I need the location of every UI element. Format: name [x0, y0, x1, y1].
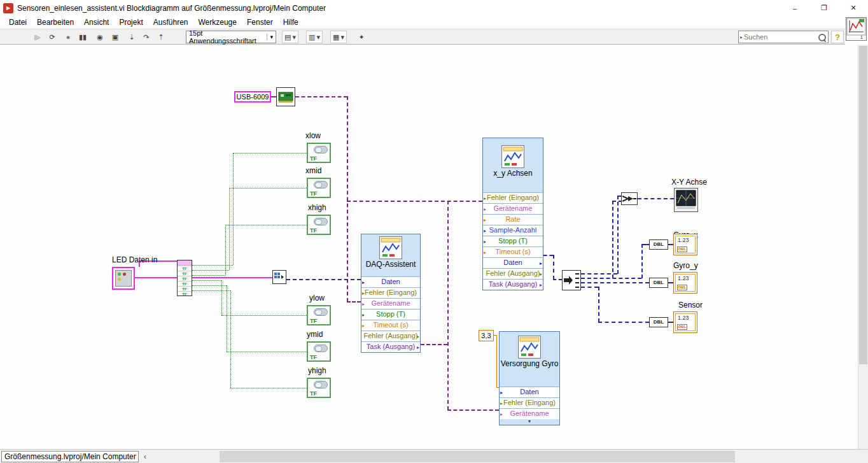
led-cluster-control[interactable] [112, 267, 135, 290]
highlight-execution-button[interactable]: ◉ [93, 31, 107, 43]
block-diagram-canvas[interactable]: USB-6009 xlow TF xmid TF xhigh TF ylow T… [0, 45, 858, 449]
wire-boolean[interactable] [233, 153, 307, 153]
wire-boolean[interactable] [192, 265, 233, 266]
wire-task-out[interactable] [421, 344, 447, 345]
numeric-indicator-sensor[interactable]: 1.23 DBL [673, 311, 697, 333]
wire-numeric[interactable] [496, 335, 497, 388]
wire-boolean[interactable] [192, 270, 229, 271]
menu-datei[interactable]: Datei [4, 17, 32, 28]
align-objects-dropdown[interactable]: ▤ ▾ [282, 31, 298, 43]
express-vi-xy-achsen[interactable]: x_y Achsen Fehler (Eingang) Gerätename R… [482, 138, 543, 290]
expand-chevron-icon[interactable]: ▾ [500, 419, 559, 425]
wire-boolean[interactable] [233, 153, 234, 265]
numeric-indicator-gyro-x[interactable]: 1.23 DBL [673, 234, 697, 255]
horizontal-scrollbar-track[interactable] [151, 451, 858, 462]
wire-boolean[interactable] [229, 188, 230, 270]
xy-terminal-sample-anzahl[interactable]: Sample-Anzahl [483, 225, 543, 236]
wire-cluster[interactable] [135, 277, 177, 278]
vertical-scrollbar[interactable] [858, 45, 868, 449]
run-button[interactable]: ▶ [31, 31, 45, 43]
daq-terminal-timeout[interactable]: Timeout (s) [361, 320, 420, 331]
from-dynamic-data-node[interactable] [562, 270, 581, 290]
scroll-left-button[interactable]: ‹ [140, 451, 150, 462]
search-input[interactable] [744, 33, 818, 41]
vertical-scrollbar-thumb[interactable] [859, 46, 867, 364]
bool-control-ylow[interactable]: TF [307, 305, 331, 325]
project-context-label[interactable]: Größenmessung.lvproj/Mein Computer [1, 451, 139, 462]
wire-boolean[interactable] [225, 225, 307, 225]
daq-terminal-task-ausgang[interactable]: Task (Ausgang) [361, 341, 420, 352]
xy-terminal-stopp[interactable]: Stopp (T) [483, 236, 543, 246]
search-icon[interactable] [818, 33, 826, 41]
wire-device-name[interactable] [447, 410, 499, 411]
daq-terminal-daten[interactable]: Daten [361, 276, 420, 287]
wire-dynamic-data[interactable] [612, 201, 613, 278]
wire-dynamic-data[interactable] [543, 255, 553, 256]
xy-terminal-daten[interactable]: Daten [483, 257, 543, 268]
gyro-terminal-daten[interactable]: Daten [500, 387, 559, 397]
step-over-button[interactable]: ↷ [139, 31, 153, 43]
dbl-convert-node[interactable]: DBL [649, 239, 668, 250]
menu-ausfuehren[interactable]: Ausführen [148, 17, 193, 28]
search-scope-icon[interactable]: ▸ [739, 34, 744, 40]
wire-dynamic-data[interactable] [553, 255, 554, 280]
menu-projekt[interactable]: Projekt [114, 17, 148, 28]
wire-boolean[interactable] [192, 280, 221, 281]
wire-device-name[interactable] [347, 96, 348, 302]
wire-dynamic-data[interactable] [617, 196, 619, 274]
daq-terminal-geraetename[interactable]: Gerätename [361, 298, 420, 309]
xy-terminal-fehler-eingang[interactable]: Fehler (Eingang) [483, 192, 543, 203]
menu-hilfe[interactable]: Hilfe [278, 17, 304, 28]
menu-bearbeiten[interactable]: Bearbeiten [32, 17, 79, 28]
wire-device-name[interactable] [295, 96, 347, 97]
distribute-objects-dropdown[interactable]: ▥ ▾ [306, 31, 323, 43]
xy-terminal-task-ausgang[interactable]: Task (Ausgang) [483, 279, 543, 290]
wire-device-name[interactable] [447, 201, 449, 410]
menu-fenster[interactable]: Fenster [242, 17, 278, 28]
pause-button[interactable]: ▮▮ [76, 31, 90, 43]
wire-boolean[interactable] [230, 290, 231, 388]
resize-objects-dropdown[interactable]: ▦ ▾ [330, 31, 347, 43]
xy-terminal-timeout[interactable]: Timeout (s) [483, 246, 543, 257]
wire-boolean[interactable] [229, 188, 307, 189]
dbl-convert-node[interactable]: DBL [649, 278, 668, 288]
menu-ansicht[interactable]: Ansicht [79, 17, 114, 28]
wire-dynamic-data[interactable] [553, 279, 562, 280]
xy-graph-indicator[interactable] [674, 188, 698, 212]
daq-terminal-fehler-ausgang[interactable]: Fehler (Ausgang) [361, 331, 420, 341]
wire-dynamic-data[interactable] [581, 287, 598, 288]
express-vi-daq-assistent[interactable]: DAQ-Assistent Daten Fehler (Eingang) Ger… [361, 234, 421, 353]
menu-werkzeuge[interactable]: Werkzeuge [193, 17, 241, 28]
wire-dynamic-data[interactable] [641, 244, 649, 245]
wire-boolean[interactable] [227, 352, 307, 352]
close-button[interactable]: ✕ [839, 0, 868, 16]
wire-boolean[interactable] [221, 315, 307, 316]
run-continuous-button[interactable]: ⟳ [45, 31, 59, 43]
numeric-indicator-gyro-y[interactable]: 1.23 DBL [673, 272, 697, 294]
bool-control-xhigh[interactable]: TF [307, 215, 331, 235]
wire-boolean[interactable] [192, 290, 230, 291]
wire-boolean[interactable] [192, 285, 227, 286]
daq-terminal-stopp[interactable]: Stopp (T) [361, 309, 420, 320]
wire-boolean[interactable] [192, 275, 225, 276]
wire-device-name[interactable] [271, 96, 276, 97]
cleanup-diagram-button[interactable]: ✦ [354, 31, 368, 43]
maximize-button[interactable]: ❐ [809, 0, 839, 16]
wire-boolean[interactable] [230, 388, 307, 388]
wire-dynamic-data[interactable] [641, 244, 643, 278]
retain-wire-values-button[interactable]: ▣ [108, 31, 122, 43]
bool-control-xlow[interactable]: TF [307, 143, 331, 163]
gyro-terminal-fehler-eingang[interactable]: Fehler (Eingang) [500, 397, 559, 408]
bundle-node[interactable]: TF TF TF TF TF TF [177, 260, 192, 296]
wire-dynamic-data[interactable] [581, 278, 641, 279]
bool-control-xmid[interactable]: TF [307, 178, 331, 198]
dbl-convert-node[interactable]: DBL [649, 317, 668, 327]
daq-terminal-fehler-eingang[interactable]: Fehler (Eingang) [361, 287, 420, 298]
wire-device-name[interactable] [347, 201, 482, 202]
xy-terminal-rate[interactable]: Rate [483, 214, 543, 225]
step-into-button[interactable]: ⇣ [125, 31, 139, 43]
bool-control-yhigh[interactable]: TF [307, 378, 331, 398]
xy-terminal-geraetename[interactable]: Gerätename [483, 203, 543, 214]
wire-dynamic-data[interactable] [286, 279, 361, 280]
wire-dynamic-data[interactable] [598, 322, 649, 323]
